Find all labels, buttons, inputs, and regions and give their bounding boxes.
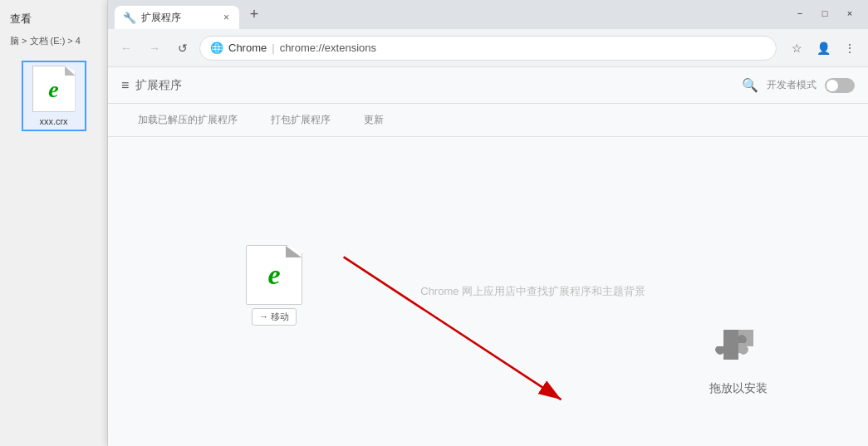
tab-close-button[interactable]: × xyxy=(222,10,231,25)
update-button[interactable]: 更新 xyxy=(347,104,400,137)
maximize-button[interactable]: □ xyxy=(813,4,836,22)
profile-button[interactable]: 👤 xyxy=(812,37,835,60)
address-bar: ← → ↺ 🌐 Chrome | chrome://extensions ☆ 👤… xyxy=(108,29,868,67)
file-label: xxx.crx xyxy=(39,116,67,126)
load-unpacked-button[interactable]: 加载已解压的扩展程序 xyxy=(121,104,254,137)
menu-button[interactable]: ⋮ xyxy=(838,37,861,60)
breadcrumb: 脑 > 文档 (E:) > 4 xyxy=(0,32,107,51)
address-url: chrome://extensions xyxy=(280,42,376,54)
drop-zone[interactable]: 拖放以安装 xyxy=(709,315,768,396)
file-icon-fold xyxy=(286,246,302,257)
dragged-ie-logo: e xyxy=(267,259,280,291)
extensions-subnav: 加载已解压的扩展程序 打包扩展程序 更新 xyxy=(108,104,868,137)
puzzle-icon xyxy=(709,315,768,375)
browser-window: 🔧 扩展程序 × + − □ × ← → ↺ 🌐 Chrome | chrome… xyxy=(108,0,868,446)
address-input[interactable]: 🌐 Chrome | chrome://extensions xyxy=(199,36,777,61)
secure-icon: 🌐 xyxy=(210,42,223,54)
new-tab-button[interactable]: + xyxy=(243,3,266,27)
drop-label: 拖放以安装 xyxy=(709,381,767,396)
center-watermark-text: Chrome 网上应用店中查找扩展程序和主题背景 xyxy=(420,284,645,299)
dev-mode-label: 开发者模式 xyxy=(767,78,817,92)
header-right: 🔍 开发者模式 xyxy=(742,77,855,93)
chrome-text: Chrome xyxy=(228,42,267,54)
move-badge: → 移动 xyxy=(252,308,297,326)
search-icon[interactable]: 🔍 xyxy=(742,77,758,93)
extensions-content: Chrome 网上应用店中查找扩展程序和主题背景 e → 移动 拖放以安装 xyxy=(108,137,868,446)
back-button[interactable]: ← xyxy=(115,37,138,60)
crx-file-item[interactable]: e xxx.crx xyxy=(22,61,86,131)
address-separator: | xyxy=(272,42,274,54)
ie-logo-icon: e xyxy=(48,76,58,103)
extensions-title: 扩展程序 xyxy=(135,78,182,93)
minimize-button[interactable]: − xyxy=(788,4,812,22)
window-controls: − □ × xyxy=(788,4,861,22)
toggle-knob xyxy=(826,80,838,91)
refresh-button[interactable]: ↺ xyxy=(171,37,194,60)
left-panel: 查看 脑 > 文档 (E:) > 4 e xxx.crx xyxy=(0,0,108,446)
extensions-header: ≡ 扩展程序 🔍 开发者模式 xyxy=(108,67,868,104)
dragged-file-icon: e xyxy=(246,245,302,305)
dragged-file: e → 移动 xyxy=(241,245,307,326)
svg-line-1 xyxy=(344,257,562,399)
tab-icon: 🔧 xyxy=(123,12,136,24)
close-button[interactable]: × xyxy=(838,4,861,22)
forward-button[interactable]: → xyxy=(143,37,166,60)
view-label: 查看 xyxy=(0,7,107,32)
menu-icon[interactable]: ≡ xyxy=(121,78,129,93)
title-bar: 🔧 扩展程序 × + − □ × xyxy=(108,0,868,29)
crx-file-icon: e xyxy=(30,66,78,114)
bookmark-button[interactable]: ☆ xyxy=(785,37,808,60)
pack-extension-button[interactable]: 打包扩展程序 xyxy=(254,104,347,137)
address-icons: ☆ 👤 ⋮ xyxy=(785,37,861,60)
active-tab[interactable]: 🔧 扩展程序 × xyxy=(115,6,239,29)
dev-mode-toggle[interactable] xyxy=(825,78,855,93)
tab-title: 扩展程序 xyxy=(141,11,217,25)
